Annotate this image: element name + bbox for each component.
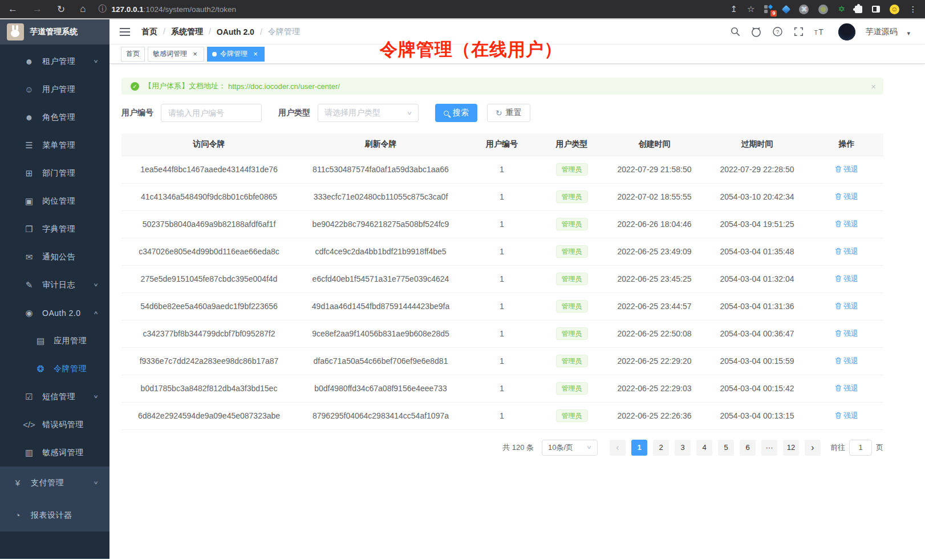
sidebar-item[interactable]: </> 错误码管理	[0, 411, 109, 439]
alert-close-icon[interactable]	[871, 82, 876, 91]
sidebar-item[interactable]: ☰ 菜单管理	[0, 131, 109, 159]
next-page-button[interactable]	[805, 440, 821, 456]
page-number-button[interactable]: 1	[631, 440, 647, 456]
page-number-button[interactable]: 12	[783, 440, 799, 456]
view-tab[interactable]: 敏感词管理	[148, 47, 204, 62]
breadcrumb-item[interactable]: 令牌管理	[268, 27, 300, 37]
breadcrumb-item[interactable]: 系统管理	[171, 27, 217, 37]
col-created: 创建时间	[605, 133, 704, 156]
user-id-input[interactable]	[161, 104, 262, 122]
extension-command-icon[interactable]: ⌘	[799, 5, 809, 14]
sidebar-item[interactable]: ▤ 应用管理	[0, 327, 109, 355]
doc-link[interactable]: https://doc.iocoder.cn/user-center/	[228, 82, 340, 91]
reset-button[interactable]: 重置	[487, 104, 530, 122]
profile-emoji-icon[interactable]: ☺	[890, 5, 899, 14]
user-avatar[interactable]	[838, 23, 855, 40]
table-row: 54d6be82ee5a460a9aedc1f9bf223656 49d1aa4…	[121, 293, 883, 320]
sidebar-toggle-icon[interactable]	[120, 31, 130, 33]
extension-diamond-icon[interactable]	[782, 5, 791, 14]
force-logout-button[interactable]: 强退	[835, 328, 858, 339]
user-id-cell: 1	[465, 320, 539, 347]
sidebar-item[interactable]: ☻ 角色管理	[0, 103, 109, 131]
reload-icon[interactable]: ↻	[57, 3, 65, 15]
help-icon[interactable]: ?	[772, 26, 783, 38]
force-logout-button[interactable]: 强退	[835, 219, 858, 229]
sidebar-item[interactable]: ☑ 短信管理 ∨	[0, 383, 109, 411]
close-icon[interactable]	[191, 50, 199, 58]
sidebar-item[interactable]: ▥ 敏感词管理	[0, 439, 109, 466]
close-icon[interactable]	[251, 50, 259, 58]
browser-menu-icon[interactable]: ⋮	[909, 5, 917, 14]
page-number-button[interactable]: 6	[740, 440, 756, 456]
sidebar-item[interactable]: ☻ 租户管理 ∨	[0, 47, 109, 75]
force-logout-button[interactable]: 强退	[835, 164, 858, 175]
breadcrumb-item[interactable]: OAuth 2.0	[217, 27, 268, 36]
address-bar[interactable]: ⓘ 127.0.0.1:1024/system/oauth2/token	[99, 4, 731, 14]
goto-page-input[interactable]	[849, 440, 872, 456]
sidebar-item[interactable]: ✉ 通知公告	[0, 243, 109, 271]
page-number-button[interactable]: 4	[696, 440, 712, 456]
share-icon[interactable]: ↥	[730, 4, 737, 14]
force-logout-button[interactable]: 强退	[835, 383, 858, 393]
font-size-icon[interactable]: TT	[814, 26, 825, 38]
col-refresh-token: 刷新令牌	[297, 133, 465, 156]
chevron-icon: ∧	[93, 310, 99, 316]
extension-star-icon[interactable]: ✡	[838, 4, 845, 14]
force-logout-button[interactable]: 强退	[835, 411, 858, 421]
bookmark-star-icon[interactable]: ☆	[747, 4, 754, 14]
breadcrumb-item[interactable]: 首页	[141, 27, 171, 37]
force-logout-button[interactable]: 强退	[835, 356, 858, 366]
user-type-select[interactable]: 请选择用户类型 ∨	[318, 104, 419, 122]
action-cell: 强退	[810, 156, 883, 183]
sidebar-item[interactable]: ▣ 岗位管理	[0, 187, 109, 215]
sidebar-item[interactable]: ◉ OAuth 2.0 ∧	[0, 299, 109, 327]
access-token-cell: c347026e805e4d99b0d116eae66eda8c	[121, 238, 297, 265]
notice-icon: ✉	[23, 252, 35, 262]
fullscreen-icon[interactable]	[793, 26, 804, 38]
view-tab[interactable]: 首页	[121, 47, 145, 62]
sidebar-item[interactable]: ❂ 令牌管理	[0, 355, 109, 383]
sidebar-item[interactable]: ◔ 报表设计器	[0, 499, 109, 531]
sidebar-item[interactable]: ❒ 字典管理	[0, 215, 109, 243]
col-user-id: 用户编号	[465, 133, 539, 156]
col-user-type: 用户类型	[539, 133, 605, 156]
page-number-button[interactable]: 3	[675, 440, 691, 456]
search-icon[interactable]	[729, 26, 741, 38]
dictionary-icon: ❒	[23, 224, 35, 234]
side-panel-icon[interactable]	[872, 6, 880, 13]
site-info-icon[interactable]: ⓘ	[99, 4, 107, 14]
back-icon[interactable]: ←	[8, 3, 18, 15]
expires-cell: 2054-03-04 19:51:25	[704, 210, 810, 238]
github-icon[interactable]	[750, 26, 762, 38]
force-logout-button[interactable]: 强退	[835, 192, 858, 202]
sidebar-item[interactable]: ✎ 审计日志 ∨	[0, 271, 109, 299]
extensions-puzzle-icon[interactable]	[855, 6, 862, 13]
page-size-select[interactable]: 10条/页 ∨	[542, 440, 598, 456]
created-cell: 2022-06-25 22:50:08	[605, 320, 704, 347]
page-number-button[interactable]: 5	[718, 440, 734, 456]
table-row: 1ea5e44f8bc1467aaede43144f31de76 811c530…	[121, 156, 883, 183]
refresh-token-cell: b0df4980ffd34c67a08f9156e4eee733	[297, 375, 465, 402]
user-id-cell: 1	[465, 293, 539, 320]
page-number-button[interactable]: 2	[653, 440, 669, 456]
created-cell: 2022-07-29 21:58:50	[605, 156, 704, 183]
sidebar-item[interactable]: ⊞ 部门管理	[0, 159, 109, 187]
page-number-button[interactable]: ···	[761, 440, 777, 456]
extension-grid-icon[interactable]: 9	[764, 5, 773, 14]
extension-record-icon[interactable]	[818, 5, 828, 14]
sidebar-item[interactable]: ☺ 用户管理	[0, 75, 109, 103]
forward-icon[interactable]: →	[33, 3, 42, 15]
prev-page-button[interactable]	[610, 440, 626, 456]
force-logout-button[interactable]: 强退	[835, 274, 858, 284]
force-logout-button[interactable]: 强退	[835, 301, 858, 311]
user-type-badge: 管理员	[556, 409, 588, 422]
user-menu-caret-icon[interactable]: ▾	[907, 30, 910, 37]
search-button[interactable]: 搜索	[435, 104, 477, 122]
view-tab[interactable]: 令牌管理	[207, 47, 265, 62]
force-logout-button[interactable]: 强退	[835, 246, 858, 257]
home-icon[interactable]: ⌂	[80, 3, 86, 15]
sidebar-item[interactable]: ¥ 支付管理 ∨	[0, 466, 109, 499]
magnifier-icon	[444, 111, 449, 116]
refresh-token-cell: 8796295f04064c2983414cc54af1097a	[297, 402, 465, 429]
access-token-cell: 1ea5e44f8bc1467aaede43144f31de76	[121, 156, 297, 183]
